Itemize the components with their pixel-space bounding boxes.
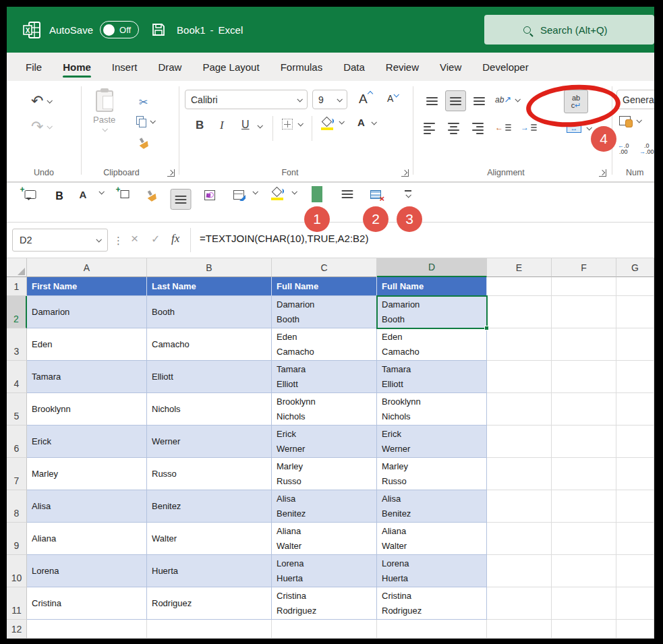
row-header-12[interactable]: 12: [7, 620, 27, 639]
font-color-qat-button[interactable]: A: [80, 190, 87, 200]
col-header-D[interactable]: D: [377, 258, 487, 277]
cell-B8[interactable]: Benitez: [147, 490, 272, 523]
cell-A8[interactable]: Alisa: [27, 490, 147, 523]
tab-review[interactable]: Review: [386, 53, 419, 81]
cell-E3[interactable]: [487, 328, 552, 361]
decrease-decimal-button[interactable]: .0 →.00: [639, 143, 654, 155]
redo-button[interactable]: ↷: [31, 120, 51, 134]
cut-button[interactable]: ✂: [139, 96, 148, 109]
col-header-E[interactable]: E: [487, 258, 552, 277]
tab-insert[interactable]: Insert: [112, 53, 138, 81]
cell-F11[interactable]: [552, 587, 616, 620]
cell-D5[interactable]: BrooklynnNichols: [377, 393, 487, 426]
name-box[interactable]: D2: [12, 229, 108, 252]
cell-C8[interactable]: AlisaBenitez: [272, 490, 377, 523]
cell-C4[interactable]: TamaraElliott: [272, 361, 377, 393]
cell-A10[interactable]: Lorena: [27, 555, 147, 587]
formula-input[interactable]: =TEXTJOIN(CHAR(10),TRUE,A2:B2): [200, 233, 368, 244]
cell-D4[interactable]: TamaraElliott: [377, 361, 487, 393]
cell-G10[interactable]: [616, 555, 654, 587]
font-color-qat-dropdown[interactable]: [99, 190, 103, 194]
cell-B1[interactable]: Last Name: [147, 277, 272, 296]
underline-dropdown[interactable]: [258, 124, 262, 128]
align-center-button[interactable]: [448, 123, 459, 134]
row-header-1[interactable]: 1: [7, 277, 27, 296]
cell-A5[interactable]: Brooklynn: [27, 393, 147, 426]
col-header-F[interactable]: F: [552, 258, 616, 277]
tab-page-layout[interactable]: Page Layout: [202, 53, 259, 81]
new-comment-button[interactable]: +: [25, 190, 36, 199]
cell-A2[interactable]: Damarion: [27, 296, 147, 328]
row-header-6[interactable]: 6: [7, 426, 27, 458]
col-header-B[interactable]: B: [147, 258, 272, 277]
green-swatch-button[interactable]: [312, 186, 322, 202]
row-header-2[interactable]: 2: [7, 296, 27, 328]
cell-G12[interactable]: [616, 620, 654, 639]
cell-B10[interactable]: Huerta: [147, 555, 272, 587]
row-header-7[interactable]: 7: [7, 458, 27, 490]
tab-file[interactable]: File: [26, 53, 42, 81]
cell-E11[interactable]: [487, 587, 552, 620]
cell-E2[interactable]: [487, 296, 552, 328]
cell-E1[interactable]: [487, 277, 552, 296]
cell-A6[interactable]: Erick: [27, 426, 147, 458]
format-as-table-dropdown[interactable]: [253, 190, 257, 194]
grow-font-button[interactable]: A: [359, 92, 372, 107]
align-right-button[interactable]: [472, 123, 484, 134]
fill-color-qat-dropdown[interactable]: [292, 190, 296, 194]
cell-F5[interactable]: [552, 393, 616, 426]
row-header-3[interactable]: 3: [7, 328, 27, 361]
cell-B12[interactable]: [147, 620, 272, 639]
cell-F2[interactable]: [552, 296, 616, 328]
insert-cells-button[interactable]: +: [121, 190, 129, 198]
cell-A7[interactable]: Marley: [27, 458, 147, 490]
cell-E8[interactable]: [487, 490, 552, 523]
col-header-C[interactable]: C: [272, 258, 377, 277]
tab-draw[interactable]: Draw: [158, 53, 181, 81]
cell-D9[interactable]: AlianaWalter: [377, 523, 487, 555]
increase-indent-button[interactable]: →: [521, 123, 538, 132]
search-box[interactable]: Search (Alt+Q): [484, 15, 654, 45]
cell-E12[interactable]: [487, 620, 552, 639]
cell-C10[interactable]: LorenaHuerta: [272, 555, 377, 587]
cell-D7[interactable]: MarleyRusso: [377, 458, 487, 490]
cell-C2[interactable]: DamarionBooth: [272, 296, 377, 328]
cell-F3[interactable]: [552, 328, 616, 361]
cell-B3[interactable]: Camacho: [147, 328, 272, 361]
cell-B9[interactable]: Walter: [147, 523, 272, 555]
orientation-button[interactable]: ab↗: [495, 94, 519, 105]
center-align-qat-button[interactable]: [342, 190, 353, 198]
cell-C9[interactable]: AlianaWalter: [272, 523, 377, 555]
cell-F6[interactable]: [552, 426, 616, 458]
row-header-10[interactable]: 10: [7, 555, 27, 587]
name-box-dropdown[interactable]: [96, 237, 101, 242]
increase-decimal-button[interactable]: ←.0 .00: [618, 143, 629, 155]
autosave-toggle[interactable]: Off: [100, 21, 139, 38]
cell-C3[interactable]: EdenCamacho: [272, 328, 377, 361]
cell-B5[interactable]: Nichols: [147, 393, 272, 426]
cell-F1[interactable]: [552, 277, 616, 296]
format-painter-button[interactable]: [138, 138, 150, 150]
cell-E6[interactable]: [487, 426, 552, 458]
format-painter-qat-button[interactable]: [146, 190, 158, 202]
cell-A4[interactable]: Tamara: [27, 361, 147, 393]
middle-align-button[interactable]: [445, 90, 466, 111]
tab-developer[interactable]: Developer: [482, 53, 528, 81]
cell-B2[interactable]: Booth: [147, 296, 272, 328]
tab-data[interactable]: Data: [343, 53, 365, 81]
fill-color-button[interactable]: [321, 117, 343, 127]
cell-D8[interactable]: AlisaBenitez: [377, 490, 487, 523]
insert-function-icon[interactable]: fx: [171, 232, 179, 245]
italic-button[interactable]: I: [220, 119, 224, 132]
cell-F10[interactable]: [552, 555, 616, 587]
cell-D12[interactable]: [377, 620, 487, 639]
font-color-button[interactable]: A: [357, 118, 376, 127]
cell-A11[interactable]: Cristina: [27, 587, 147, 620]
cell-B6[interactable]: Werner: [147, 426, 272, 458]
row-header-11[interactable]: 11: [7, 587, 27, 620]
cell-G4[interactable]: [616, 361, 654, 393]
cell-F9[interactable]: [552, 523, 616, 555]
decrease-indent-button[interactable]: ←: [495, 123, 512, 132]
cell-C6[interactable]: ErickWerner: [272, 426, 377, 458]
select-all-corner[interactable]: [7, 258, 27, 277]
